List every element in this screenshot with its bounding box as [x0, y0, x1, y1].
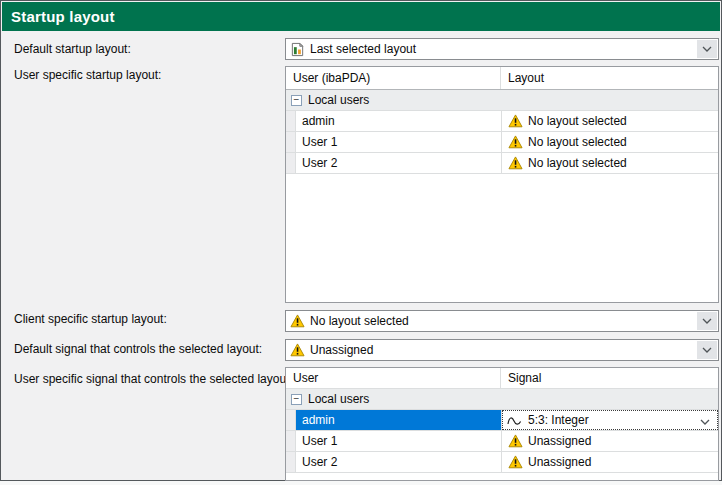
user-cell[interactable]: User 1 — [296, 431, 502, 451]
signal-value: Unassigned — [528, 434, 591, 448]
warning-icon — [508, 135, 523, 149]
page-title: Startup layout — [2, 2, 720, 31]
chevron-down-icon — [702, 46, 712, 52]
warning-icon — [290, 343, 305, 357]
table-row[interactable]: User 1 Unassigned — [286, 431, 718, 452]
signal-cell[interactable]: Unassigned — [502, 431, 718, 451]
user-cell[interactable]: User 1 — [296, 132, 502, 152]
dropdown-button[interactable] — [697, 40, 717, 58]
default-layout-combobox[interactable]: Last selected layout — [285, 38, 719, 60]
signal-value: Unassigned — [528, 455, 591, 469]
chevron-down-icon — [700, 419, 710, 425]
client-layout-label: Client specific startup layout: — [14, 312, 167, 326]
dropdown-button[interactable] — [697, 312, 717, 330]
collapse-icon[interactable]: − — [291, 95, 302, 106]
user-layout-table: User (ibaPDA) Layout − Local users admin… — [285, 66, 719, 303]
chevron-down-icon — [702, 347, 712, 353]
default-signal-value: Unassigned — [310, 343, 373, 357]
group-row-local-users[interactable]: − Local users — [286, 389, 718, 410]
user-cell[interactable]: User 2 — [296, 452, 502, 472]
group-row-local-users[interactable]: − Local users — [286, 90, 718, 111]
table-header-row: User Signal — [286, 368, 718, 389]
layout-value: No layout selected — [528, 156, 627, 170]
signal-edit-combobox[interactable]: 5:3: Integer — [502, 410, 718, 430]
group-label: Local users — [308, 392, 369, 406]
warning-icon — [508, 156, 523, 170]
warning-icon — [508, 114, 523, 128]
layout-chart-icon — [290, 42, 305, 57]
user-signal-table: User Signal − Local users admin 5:3: Int… — [285, 367, 719, 481]
warning-icon — [290, 314, 305, 328]
layout-cell[interactable]: No layout selected — [502, 132, 718, 152]
table-row-selected[interactable]: admin 5:3: Integer — [286, 410, 718, 431]
layout-value: No layout selected — [528, 135, 627, 149]
collapse-icon[interactable]: − — [291, 394, 302, 405]
table-row[interactable]: User 2 No layout selected — [286, 153, 718, 174]
signal-cell[interactable]: 5:3: Integer — [502, 410, 718, 430]
warning-icon — [508, 434, 523, 448]
client-layout-combobox[interactable]: No layout selected — [285, 310, 719, 332]
table-empty-area — [286, 473, 718, 481]
chevron-down-icon — [702, 318, 712, 324]
user-cell-selected[interactable]: admin — [296, 410, 502, 430]
user-layout-label: User specific startup layout: — [14, 68, 161, 82]
table-row[interactable]: User 1 No layout selected — [286, 132, 718, 153]
startup-layout-panel: Startup layout Default startup layout: U… — [0, 0, 722, 481]
table-row[interactable]: User 2 Unassigned — [286, 452, 718, 473]
group-label: Local users — [308, 93, 369, 107]
default-signal-combobox[interactable]: Unassigned — [285, 339, 719, 361]
column-header-signal[interactable]: Signal — [501, 371, 718, 385]
layout-value: No layout selected — [528, 114, 627, 128]
signal-sine-icon — [507, 414, 523, 427]
warning-icon — [508, 455, 523, 469]
signal-cell[interactable]: Unassigned — [502, 452, 718, 472]
default-layout-label: Default startup layout: — [14, 42, 131, 56]
column-header-user[interactable]: User — [286, 368, 501, 388]
column-header-layout[interactable]: Layout — [501, 71, 718, 85]
column-header-user[interactable]: User (ibaPDA) — [286, 67, 501, 89]
user-cell[interactable]: User 2 — [296, 153, 502, 173]
dropdown-button[interactable] — [697, 341, 717, 359]
layout-cell[interactable]: No layout selected — [502, 153, 718, 173]
client-layout-value: No layout selected — [310, 314, 409, 328]
table-row[interactable]: admin No layout selected — [286, 111, 718, 132]
table-empty-area — [286, 174, 718, 302]
default-layout-value: Last selected layout — [310, 42, 416, 56]
user-cell[interactable]: admin — [296, 111, 502, 131]
layout-cell[interactable]: No layout selected — [502, 111, 718, 131]
table-header-row: User (ibaPDA) Layout — [286, 67, 718, 90]
default-signal-label: Default signal that controls the selecte… — [14, 342, 262, 356]
user-signal-label: User specific signal that controls the s… — [14, 372, 293, 386]
signal-value: 5:3: Integer — [528, 413, 589, 427]
